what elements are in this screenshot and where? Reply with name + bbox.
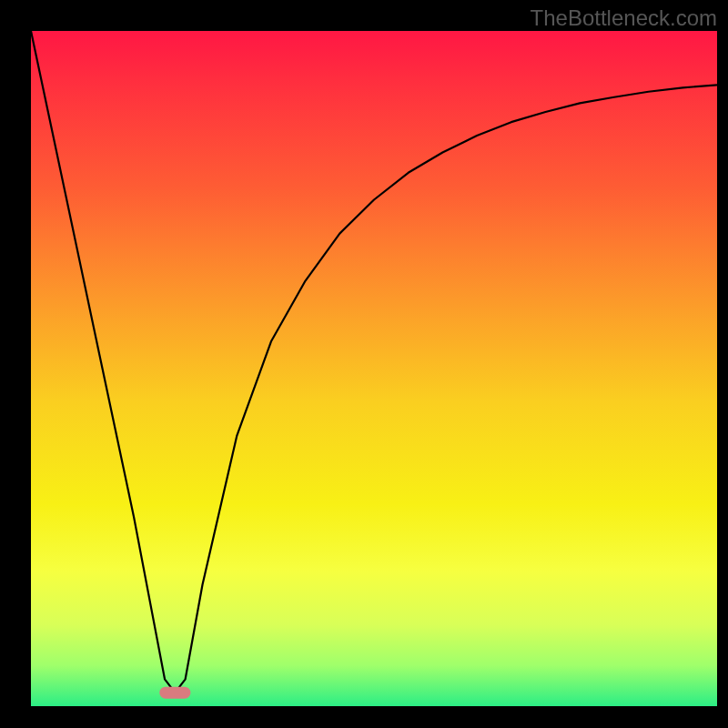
bottleneck-chart [0,0,728,728]
watermark-text: TheBottleneck.com [531,5,717,31]
minimum-marker [159,687,190,699]
plot-background [31,31,717,706]
chart-frame: TheBottleneck.com [0,0,728,728]
